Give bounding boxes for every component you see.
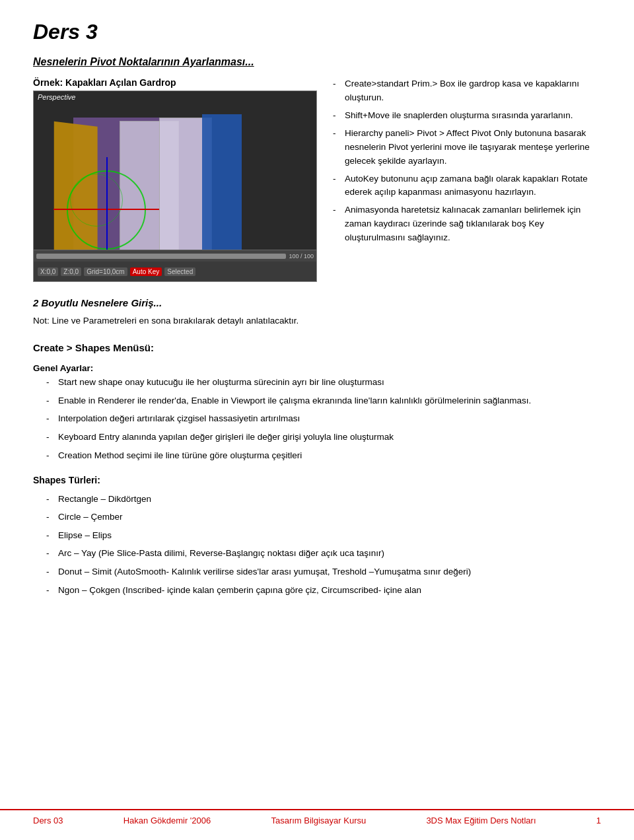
- shape-item-2: - Circle – Çember: [46, 510, 601, 524]
- vp-grid: Grid=10,0cm: [84, 267, 127, 276]
- bullet-text-2: Shift+Move ile snaplerden oluşturma sıra…: [345, 109, 573, 123]
- shape-dash-4: -: [46, 546, 58, 561]
- shape-dash-5: -: [46, 565, 58, 579]
- shape-text-1: Rectangle – Dikdörtgen: [58, 492, 151, 507]
- vp-timeline: 100 / 100: [34, 250, 316, 262]
- shape-dash-6: -: [46, 583, 58, 598]
- viewport-label: Perspective: [38, 93, 75, 101]
- shape-item-4: - Arc – Yay (Pie Slice-Pasta dilimi, Rev…: [46, 546, 601, 561]
- shapes-menu-heading: Create > Shapes Menüsü:: [33, 340, 601, 356]
- shape-item-1: - Rectangle – Dikdörtgen: [46, 492, 601, 507]
- genel-dash-4: -: [46, 430, 58, 444]
- shape-text-3: Elipse – Elips: [58, 528, 112, 543]
- bullet-text-3: Hierarchy paneli> Pivot > Affect Pivot O…: [345, 127, 601, 168]
- genel-item-3: - Interpolation değeri artırılarak çizgi…: [46, 411, 601, 426]
- vp-coord-x: X:0,0: [38, 267, 58, 276]
- top-section: Örnek: Kapakları Açılan Gardrop Perspect…: [33, 77, 601, 282]
- footer-item4: 3DS Max Eğitim Ders Notları: [426, 816, 536, 825]
- bullet-text-4: AutoKey butonunu açıp zamana bağlı olara…: [345, 172, 601, 200]
- dash-4: -: [333, 172, 345, 200]
- genel-text-2: Enable in Renderer ile render'da, Enable…: [58, 394, 531, 408]
- vp-bottom-bar: X:0,0 Z:0,0 Grid=10,0cm Auto Key Selecte…: [34, 262, 316, 281]
- vp-timeline-bar: [36, 254, 286, 259]
- viewport-image: Perspective 100 / 100 X:0,0: [33, 90, 317, 282]
- footer-item2: Hakan Gökdemir '2006: [123, 816, 211, 825]
- bullet-text-5: Animasyonda haretetsiz kalınacak zamanla…: [345, 203, 601, 245]
- section2-note: Not: Line ve Parametreleri en sona bırak…: [33, 314, 601, 328]
- section2-heading: 2 Boyutlu Nesnelere Giriş...: [33, 295, 601, 311]
- vp-coord-z: Z:0,0: [61, 267, 81, 276]
- shape-text-4: Arc – Yay (Pie Slice-Pasta dilimi, Rever…: [58, 546, 384, 561]
- section-heading: Nesnelerin Pivot Noktalarının Ayarlanmas…: [33, 56, 601, 68]
- shape-text-6: Ngon – Çokgen (Inscribed- içinde kalan ç…: [58, 583, 421, 598]
- shape-item-6: - Ngon – Çokgen (Inscribed- içinde kalan…: [46, 583, 601, 598]
- dash-2: -: [333, 109, 345, 123]
- genel-dash-1: -: [46, 375, 58, 390]
- viewport-area: Örnek: Kapakları Açılan Gardrop Perspect…: [33, 77, 317, 282]
- vp-autokey: Auto Key: [130, 267, 162, 276]
- footer-item5: 1: [596, 816, 601, 825]
- bullet-item-4: - AutoKey butonunu açıp zamana bağlı ola…: [333, 172, 601, 200]
- genel-item-2: - Enable in Renderer ile render'da, Enab…: [46, 394, 601, 408]
- genel-text-4: Keyboard Entry alanında yapılan değer gi…: [58, 430, 394, 444]
- vp-selected: Selected: [164, 267, 195, 276]
- shape-dash-2: -: [46, 510, 58, 524]
- right-text: - Create>standart Prim.> Box ile gardrop…: [333, 77, 601, 282]
- vp-timeline-label: 100 / 100: [289, 253, 314, 260]
- dash-1: -: [333, 77, 345, 105]
- shape-dash-3: -: [46, 528, 58, 543]
- genel-dash-5: -: [46, 448, 58, 463]
- example-label: Örnek: Kapakları Açılan Gardrop: [33, 77, 317, 88]
- footer: Ders 03 Hakan Gökdemir '2006 Tasarım Bil…: [0, 809, 634, 831]
- shape-dash-1: -: [46, 492, 58, 507]
- dash-3: -: [333, 127, 345, 168]
- footer-item3: Tasarım Bilgisayar Kursu: [271, 816, 366, 825]
- genel-text-1: Start new shape onay kutucuğu ile her ol…: [58, 375, 384, 390]
- bullet-item-5: - Animasyonda haretetsiz kalınacak zaman…: [333, 203, 601, 245]
- page-title: Ders 3: [33, 20, 601, 44]
- genel-item-1: - Start new shape onay kutucuğu ile her …: [46, 375, 601, 390]
- genel-text-5: Creation Method seçimi ile line türüne g…: [58, 448, 302, 463]
- footer-item1: Ders 03: [33, 816, 63, 825]
- dash-5: -: [333, 203, 345, 245]
- bullet-item-1: - Create>standart Prim.> Box ile gardrop…: [333, 77, 601, 105]
- genel-dash-2: -: [46, 394, 58, 408]
- shape-item-3: - Elipse – Elips: [46, 528, 601, 543]
- genel-item-5: - Creation Method seçimi ile line türüne…: [46, 448, 601, 463]
- genel-text-3: Interpolation değeri artırılarak çizgise…: [58, 411, 300, 426]
- shape-text-2: Circle – Çember: [58, 510, 123, 524]
- main-content: 2 Boyutlu Nesnelere Giriş... Not: Line v…: [33, 295, 601, 597]
- shapes-turleri-heading: Shapes Türleri:: [33, 473, 601, 487]
- shape-text-5: Donut – Simit (AutoSmooth- Kalınlık veri…: [58, 565, 471, 579]
- axis-y: [106, 157, 108, 263]
- bullet-item-2: - Shift+Move ile snaplerden oluşturma sı…: [333, 109, 601, 123]
- genel-item-4: - Keyboard Entry alanında yapılan değer …: [46, 430, 601, 444]
- genel-ayarlar-heading: Genel Ayarlar:: [33, 361, 601, 376]
- genel-dash-3: -: [46, 411, 58, 426]
- bullet-text-1: Create>standart Prim.> Box ile gardrop k…: [345, 77, 601, 105]
- panel-right-blue: [202, 114, 242, 266]
- shape-item-5: - Donut – Simit (AutoSmooth- Kalınlık ve…: [46, 565, 601, 579]
- pivot-circle2: [70, 174, 123, 227]
- bullet-item-3: - Hierarchy paneli> Pivot > Affect Pivot…: [333, 127, 601, 168]
- vp-scene: [34, 104, 316, 262]
